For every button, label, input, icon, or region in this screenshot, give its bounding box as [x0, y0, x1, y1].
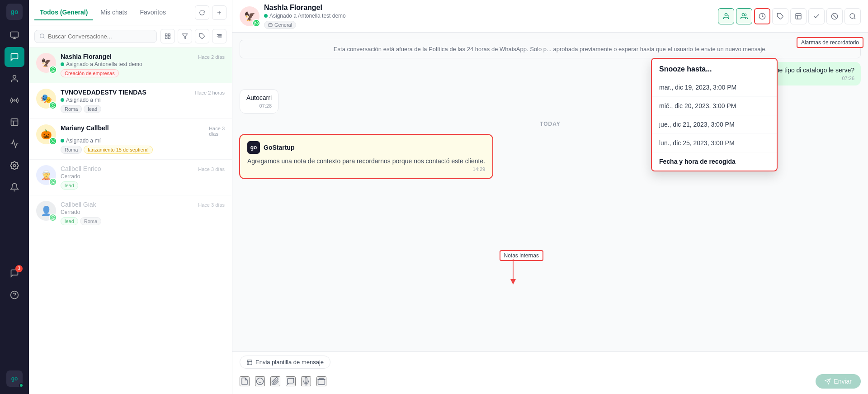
sticky-note-button[interactable] — [240, 376, 250, 386]
note-brand-icon: go — [247, 141, 260, 154]
note-text: Agregamos una nota de contexto para reco… — [247, 157, 485, 165]
send-icon — [825, 378, 831, 385]
audio-button[interactable] — [301, 376, 311, 386]
chat-name: TVNOVEDADESTV TIENDAS — [61, 89, 146, 96]
tab-favoritos[interactable]: Favoritos — [134, 5, 171, 20]
avatar-wrap: 🧝 — [36, 165, 56, 185]
notes-arrow — [504, 259, 540, 286]
assign-button[interactable] — [718, 8, 734, 24]
block-button[interactable] — [826, 8, 843, 24]
chat-tags: Roma lanzamiento 15 de septiem! — [61, 146, 225, 154]
status-dot — [61, 62, 64, 66]
chat-agent: Asignado a mí — [61, 97, 225, 103]
sidebar-item-help[interactable] — [5, 285, 24, 305]
svg-rect-21 — [269, 24, 272, 26]
chat-item[interactable]: 👤 Callbell Giak Hace 3 días Cerrado lead… — [29, 195, 232, 231]
snooze-option-3[interactable]: jue., dic 21, 2023, 3:00 PM — [652, 115, 777, 134]
search-header-button[interactable] — [844, 8, 861, 24]
whatsapp-channel-badge — [49, 214, 57, 222]
label-button[interactable] — [772, 8, 788, 24]
note-bubble: go GoStartup Agregamos una nota de conte… — [240, 134, 493, 179]
svg-point-22 — [725, 14, 727, 16]
notes-annotation: Notas internas — [500, 250, 543, 261]
whatsapp-channel-badge — [49, 178, 57, 186]
chat-name-row: Mariany Callbell Hace 3días — [61, 124, 225, 137]
chat-list-panel: Todos (General) Mis chats Favoritos — [29, 0, 232, 394]
chat-name: Nashla Florangel — [61, 53, 112, 60]
messages-area[interactable]: Esta conversación está afuera de la Polí… — [232, 33, 868, 351]
sidebar-item-contacts[interactable] — [5, 69, 24, 89]
team-button[interactable] — [736, 8, 752, 24]
svg-rect-3 — [11, 119, 18, 126]
reminder-annotation: Alarmas de recordatorio — [797, 37, 863, 48]
emoji-button[interactable] — [255, 376, 265, 386]
tab-actions — [195, 5, 226, 20]
whatsapp-channel-badge — [49, 66, 57, 74]
filter-button[interactable] — [178, 29, 192, 43]
chat-item[interactable]: 🧝 Callbell Enrico Hace 3 días Cerrado le… — [29, 160, 232, 195]
add-chat-button[interactable] — [212, 5, 226, 20]
sidebar-item-notifications[interactable] — [5, 177, 24, 197]
search-input[interactable] — [48, 33, 152, 40]
reminder-arrow — [782, 33, 827, 39]
more-options-button[interactable] — [316, 376, 326, 386]
chat-item[interactable]: 🦅 Nashla Florangel Hace 2 días Asignado … — [29, 47, 232, 83]
chat-tags: lead — [61, 181, 225, 190]
chat-item[interactable]: 🎭 TVNOVEDADESTV TIENDAS Hace 2 horas Asi… — [29, 83, 232, 119]
input-toolbar: Enviar — [240, 372, 861, 390]
header-actions — [718, 8, 861, 24]
sidebar-item-home[interactable] — [5, 25, 24, 45]
sidebar-item-analytics[interactable] — [5, 134, 24, 154]
sort-button[interactable] — [212, 29, 226, 43]
sidebar-item-settings[interactable] — [5, 156, 24, 176]
status-indicator — [264, 14, 268, 18]
inbox-label: General — [264, 21, 296, 29]
tag: lead — [61, 181, 78, 190]
tag: lanzamiento 15 de septiem! — [84, 146, 153, 154]
tag-button[interactable] — [195, 29, 209, 43]
resolve-button[interactable] — [808, 8, 825, 24]
attachment-button[interactable] — [270, 376, 280, 386]
snooze-button[interactable] — [754, 8, 770, 24]
chat-info: Callbell Giak Hace 3 días Cerrado lead R… — [61, 201, 225, 225]
search-input-wrap[interactable] — [34, 30, 157, 43]
template-button[interactable]: Envia plantilla de mensaje — [240, 356, 330, 369]
chat-name-row: TVNOVEDADESTV TIENDAS Hace 2 horas — [61, 89, 225, 96]
chat-agent: Asignado a Antonella test demo — [61, 61, 225, 67]
chat-agent: Asignado a mí — [61, 138, 225, 144]
chat-name: Callbell Enrico — [61, 165, 101, 172]
status-dot — [61, 98, 64, 102]
svg-point-31 — [850, 14, 855, 19]
chat-agent: Cerrado — [61, 209, 225, 215]
outgoing-message: Che tipo di catalogo le serve? 07:26 — [765, 62, 861, 85]
sidebar-item-notes[interactable] — [5, 112, 24, 132]
comment-button[interactable] — [286, 376, 296, 386]
chat-item[interactable]: 🎃 Mariany Callbell Hace 3días Asignado a… — [29, 119, 232, 160]
snooze-option-1[interactable]: mar., dic 19, 2023, 3:00 PM — [652, 78, 777, 97]
sidebar-item-whatsapp[interactable]: 3 — [5, 263, 24, 283]
chat-name: Mariany Callbell — [61, 124, 109, 132]
snooze-title: Snooze hasta... — [652, 59, 777, 78]
send-button[interactable]: Enviar — [816, 374, 861, 389]
svg-rect-13 — [165, 37, 167, 38]
chat-name-row: Callbell Enrico Hace 3 días — [61, 165, 225, 172]
inbox-filter-button[interactable] — [160, 29, 175, 43]
snooze-footer[interactable]: Fecha y hora de recogida — [652, 152, 777, 171]
snooze-option-2[interactable]: mié., dic 20, 2023, 3:00 PM — [652, 97, 777, 115]
refresh-button[interactable] — [195, 5, 209, 20]
tab-todos[interactable]: Todos (General) — [34, 5, 93, 20]
whatsapp-badge: 3 — [15, 265, 23, 272]
svg-line-30 — [832, 14, 836, 18]
snooze-option-4[interactable]: lun., dic 25, 2023, 3:00 PM — [652, 134, 777, 152]
user-avatar[interactable]: go — [6, 370, 23, 387]
svg-point-36 — [257, 378, 264, 385]
svg-rect-41 — [318, 380, 325, 385]
chat-tags: Roma lead — [61, 105, 225, 113]
chat-tabs: Todos (General) Mis chats Favoritos — [29, 0, 232, 25]
history-button[interactable] — [790, 8, 807, 24]
sidebar-item-broadcast[interactable] — [5, 90, 24, 110]
svg-rect-28 — [796, 14, 801, 19]
tab-mis-chats[interactable]: Mis chats — [95, 5, 132, 20]
sidebar-item-chat[interactable] — [5, 47, 24, 67]
chat-time: Hace 2 horas — [195, 90, 225, 95]
